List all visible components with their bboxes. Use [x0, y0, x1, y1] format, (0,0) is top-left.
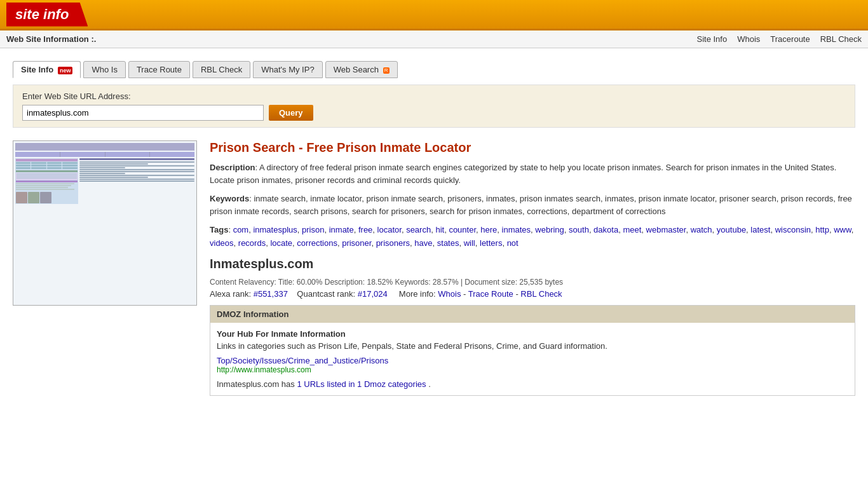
ss-nav-item	[60, 152, 105, 157]
tag-link[interactable]: not	[507, 238, 519, 248]
description-label: Description	[210, 163, 255, 172]
nav-traceroute[interactable]: Traceroute	[770, 34, 810, 44]
ss-thumb	[40, 192, 51, 203]
tag-link[interactable]: videos	[210, 238, 234, 248]
whois-link[interactable]: Whois	[438, 289, 461, 299]
tab-web-search[interactable]: Web Search R	[325, 61, 398, 78]
url-input[interactable]	[22, 105, 264, 121]
description-text: A directory of free federal prison inmat…	[210, 163, 836, 185]
tag-link[interactable]: locate	[270, 238, 292, 248]
ss-state-cell	[31, 167, 46, 169]
ss-nav-item	[105, 152, 150, 157]
nav-rbl-check[interactable]: RBL Check	[820, 34, 862, 44]
new-badge: new	[58, 67, 73, 74]
ss-line	[79, 175, 194, 176]
ss-line	[79, 177, 149, 178]
ss-state-cell	[16, 165, 31, 166]
dmoz-hub-title: Your Hub For Inmate Information	[217, 329, 848, 339]
logo-box: site info	[6, 3, 88, 27]
tab-rbl-check[interactable]: RBL Check	[193, 61, 250, 78]
tag-link[interactable]: locator	[377, 225, 402, 234]
ss-federal-label	[16, 170, 78, 172]
url-form: Enter Web Site URL Address: Query	[13, 85, 855, 128]
dmoz-header: DMOZ Information	[210, 306, 855, 323]
ss-line	[79, 171, 194, 172]
dmoz-category-link[interactable]: Top/Society/Issues/Crime_and_Justice/Pri…	[217, 356, 388, 365]
tag-link[interactable]: prisoner	[342, 238, 371, 248]
ss-line	[79, 165, 194, 166]
tab-site-info[interactable]: Site Info new	[13, 61, 81, 78]
ss-nav-item	[150, 152, 194, 157]
alexa-rank-link[interactable]: #551,337	[254, 289, 288, 299]
ss-line	[79, 161, 194, 163]
tag-link[interactable]: inmate	[329, 225, 354, 234]
tag-link[interactable]: will	[464, 238, 475, 248]
tag-link[interactable]: records	[238, 238, 266, 248]
tag-link[interactable]: south	[569, 225, 589, 234]
ss-line	[79, 179, 194, 180]
tag-link[interactable]: have	[414, 238, 432, 248]
tag-link[interactable]: meet	[623, 225, 641, 234]
ss-prison-penpals-label	[16, 180, 78, 182]
tag-link[interactable]: here	[480, 225, 497, 234]
ss-title-line	[79, 158, 194, 160]
tag-link[interactable]: inmates	[502, 225, 531, 234]
nav-site-info[interactable]: Site Info	[697, 34, 728, 44]
content-area: Site Info new Who Is Trace Route RBL Che…	[0, 48, 868, 402]
ss-nav	[15, 152, 194, 157]
tag-link[interactable]: inmatesplus	[253, 225, 297, 234]
quantcast-rank-link[interactable]: #17,024	[358, 289, 388, 299]
tag-link[interactable]: corrections	[297, 238, 337, 248]
dmoz-description: Links in categories such as Prison Life,…	[217, 341, 848, 351]
tab-trace-route[interactable]: Trace Route	[128, 61, 190, 78]
ss-line	[79, 173, 126, 174]
tags-label: Tags	[210, 225, 228, 234]
tabs: Site Info new Who Is Trace Route RBL Che…	[13, 61, 855, 78]
rbl-check-link[interactable]: RBL Check	[520, 289, 562, 299]
quantcast-label: Quantcast rank:	[297, 289, 355, 299]
ss-table-row	[17, 175, 77, 177]
ss-header	[15, 143, 194, 151]
tag-link[interactable]: webring	[535, 225, 564, 234]
url-form-label: Enter Web Site URL Address:	[22, 92, 846, 101]
ss-paragraph-text	[16, 183, 78, 190]
header: site info	[0, 0, 868, 30]
ss-body	[15, 158, 194, 204]
dmoz-content: Your Hub For Inmate Information Links in…	[210, 323, 855, 395]
trace-route-link[interactable]: Trace Route	[468, 289, 513, 299]
tag-link[interactable]: states	[437, 238, 459, 248]
tag-link[interactable]: prison	[302, 225, 324, 234]
keywords-block: Keywords: inmate search, inmate locator,…	[210, 193, 855, 217]
tab-who-is[interactable]: Who Is	[83, 61, 125, 78]
tag-link[interactable]: com	[233, 225, 249, 234]
nav-bar-title: Web Site Information :.	[6, 34, 96, 44]
nav-whois[interactable]: Whois	[737, 34, 760, 44]
tag-link[interactable]: free	[358, 225, 372, 234]
ss-table	[16, 173, 78, 180]
dmoz-footer-text: Inmatesplus.com has	[217, 379, 295, 389]
tag-link[interactable]: dakota	[593, 225, 618, 234]
ss-line	[79, 163, 149, 165]
dmoz-urls-listed-link[interactable]: 1 URLs listed in 1 Dmoz categories	[297, 379, 426, 389]
tag-link[interactable]: youtube	[717, 225, 746, 234]
site-title: Prison Search - Free Prison Inmate Locat…	[210, 140, 855, 155]
tag-link[interactable]: prisoners	[376, 238, 410, 248]
tag-link[interactable]: http	[815, 225, 829, 234]
ss-thumbs	[16, 192, 78, 203]
ss-table-row	[17, 177, 77, 179]
tag-link[interactable]: watch	[691, 225, 712, 234]
tag-link[interactable]: letters	[480, 238, 502, 248]
tag-link[interactable]: hit	[435, 225, 444, 234]
ss-left-col	[15, 158, 78, 204]
tag-link[interactable]: wisconsin	[775, 225, 811, 234]
tag-link[interactable]: latest	[750, 225, 770, 234]
ss-line	[79, 180, 194, 182]
tag-link[interactable]: webmaster	[646, 225, 686, 234]
tab-whats-my-ip[interactable]: What's My IP?	[253, 61, 322, 78]
tag-link[interactable]: search	[406, 225, 431, 234]
tag-link[interactable]: counter	[449, 225, 476, 234]
tag-link[interactable]: www	[834, 225, 851, 234]
result-area: Prison Search - Free Prison Inmate Locat…	[13, 140, 855, 396]
dmoz-footer: Inmatesplus.com has 1 URLs listed in 1 D…	[217, 379, 848, 389]
query-button[interactable]: Query	[269, 105, 313, 121]
